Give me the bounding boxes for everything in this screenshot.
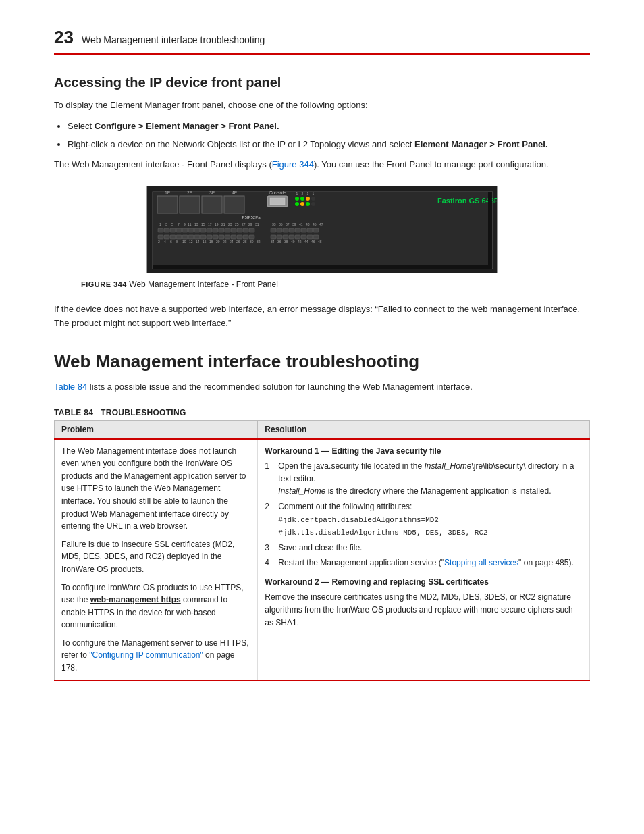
svg-rect-93 (283, 235, 288, 239)
svg-text:26: 26 (236, 240, 240, 244)
code-line-2: #jdk.tls.disabledAlgorithms=MD5, DES, 3D… (278, 529, 487, 537)
svg-text:12: 12 (189, 240, 193, 244)
step-2-text: Comment out the following attributes: #j… (278, 500, 583, 539)
svg-text:35: 35 (279, 222, 283, 226)
problem-cell: The Web Management interface does not la… (55, 439, 258, 681)
svg-rect-67 (271, 228, 276, 232)
figure-caption-label: FIGURE 344 (81, 280, 127, 288)
svg-rect-66 (249, 228, 254, 232)
section-heading-accessing: Accessing the IP device front panel (54, 75, 590, 90)
svg-rect-56 (188, 228, 194, 232)
bullet-list: Select Configure > Element Manager > Fro… (68, 120, 590, 152)
svg-text:28: 28 (243, 240, 247, 244)
svg-rect-63 (231, 228, 236, 232)
svg-text:41: 41 (299, 222, 303, 226)
svg-rect-89 (243, 235, 248, 239)
svg-text:9: 9 (184, 222, 186, 226)
svg-text:4F: 4F (232, 190, 237, 195)
svg-text:1F: 1F (165, 190, 170, 195)
svg-rect-85 (219, 235, 224, 239)
section1-intro: To display the Element Manager front pan… (54, 99, 590, 113)
list-item-1: Select Configure > Element Manager > Fro… (68, 120, 590, 134)
workaround2-heading: Workaround 2 — Removing and replacing SS… (265, 576, 583, 589)
svg-rect-61 (219, 228, 224, 232)
svg-point-15 (306, 197, 310, 201)
table-label: TABLE 84 Troubleshooting (54, 408, 590, 417)
svg-text:27: 27 (242, 222, 246, 226)
install-home-italic: Install_Home (424, 461, 471, 471)
step-4-num: 4 (265, 556, 274, 569)
svg-text:36: 36 (277, 240, 281, 244)
svg-rect-65 (243, 228, 248, 232)
troubleshooting-table: Problem Resolution The Web Management in… (54, 420, 590, 681)
col-header-resolution: Resolution (258, 420, 590, 439)
svg-rect-88 (237, 235, 242, 239)
svg-rect-80 (188, 235, 194, 239)
svg-rect-53 (170, 228, 176, 232)
chapter-title: Web Management interface troubleshooting (82, 34, 265, 45)
step-2: 2 Comment out the following attributes: … (265, 500, 583, 539)
svg-text:37: 37 (286, 222, 290, 226)
svg-text:6: 6 (170, 240, 172, 244)
svg-text:8: 8 (176, 240, 178, 244)
svg-text:4: 4 (164, 240, 166, 244)
step-1-num: 1 (265, 460, 274, 498)
stopping-services-link[interactable]: Stopping all services (444, 558, 518, 567)
svg-rect-76 (164, 235, 169, 239)
svg-rect-3 (180, 196, 200, 213)
list-item-2: Right-click a device on the Network Obje… (68, 138, 590, 152)
svg-text:P5IP52Par: P5IP52Par (242, 215, 261, 219)
svg-rect-84 (213, 235, 218, 239)
figure344-link[interactable]: Figure 344 (272, 159, 314, 170)
svg-text:7: 7 (178, 222, 180, 226)
svg-rect-60 (213, 228, 218, 232)
step-2-num: 2 (265, 500, 274, 539)
table-row: The Web Management interface does not la… (55, 439, 590, 681)
svg-rect-2 (157, 196, 178, 213)
svg-text:17: 17 (208, 222, 212, 226)
problem-text-2: Failure is due to insecure SSL certifica… (61, 538, 250, 576)
table-title: Troubleshooting (101, 408, 186, 417)
svg-text:45: 45 (313, 222, 317, 226)
device-svg: 1F 2F 3F 4F Console (147, 186, 498, 273)
svg-rect-124 (153, 265, 488, 269)
svg-rect-77 (170, 235, 176, 239)
svg-text:19: 19 (215, 222, 219, 226)
svg-text:34: 34 (271, 240, 275, 244)
bullet1-bold: Configure > Element Manager > Front Pane… (95, 121, 279, 131)
svg-text:2: 2 (158, 240, 160, 244)
svg-rect-69 (283, 228, 288, 232)
step-3-num: 3 (265, 542, 274, 554)
svg-text:29: 29 (248, 222, 252, 226)
svg-point-20 (311, 202, 315, 206)
svg-text:18: 18 (209, 240, 213, 244)
table84-link[interactable]: Table 84 (54, 382, 87, 392)
svg-text:3F: 3F (209, 190, 215, 195)
page: 23 Web Management interface troubleshoot… (0, 0, 644, 834)
svg-text:25: 25 (235, 222, 239, 226)
svg-rect-62 (225, 228, 230, 232)
svg-point-16 (311, 197, 315, 201)
svg-text:42: 42 (298, 240, 302, 244)
chapter-header: 23 Web Management interface troubleshoot… (54, 27, 590, 55)
problem-text-1: The Web Management interface does not la… (61, 445, 250, 533)
svg-text:21: 21 (221, 222, 225, 226)
workaround2-text: Remove the insecure certificates using t… (265, 591, 583, 629)
step-1-text: Open the java.security file located in t… (278, 460, 583, 498)
svg-rect-72 (301, 228, 306, 232)
svg-rect-71 (295, 228, 300, 232)
svg-rect-74 (313, 228, 319, 232)
svg-rect-94 (289, 235, 294, 239)
svg-text:46: 46 (311, 240, 315, 244)
svg-rect-75 (158, 235, 163, 239)
svg-point-13 (295, 197, 299, 201)
svg-rect-68 (277, 228, 282, 232)
svg-text:31: 31 (255, 222, 259, 226)
svg-rect-54 (176, 228, 182, 232)
svg-text:2F: 2F (187, 190, 192, 195)
config-ip-link[interactable]: "Configuring IP communication" (89, 650, 203, 660)
svg-rect-52 (164, 228, 169, 232)
svg-text:33: 33 (272, 222, 276, 226)
bullet2-prefix: Right-click a device on the Network Obje… (68, 139, 414, 149)
svg-rect-123 (488, 192, 492, 269)
